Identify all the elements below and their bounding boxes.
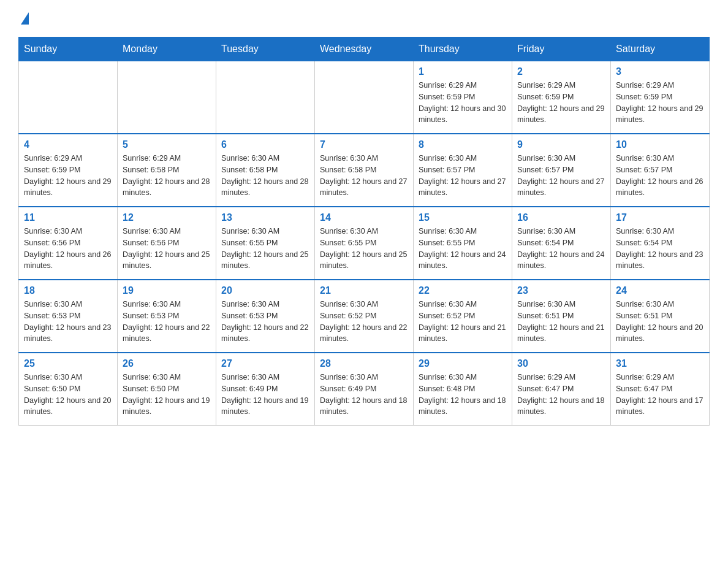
calendar-cell: 22Sunrise: 6:30 AM Sunset: 6:52 PM Dayli… — [414, 280, 512, 353]
calendar-cell: 7Sunrise: 6:30 AM Sunset: 6:58 PM Daylig… — [315, 134, 414, 207]
day-number: 1 — [419, 66, 507, 77]
calendar-cell: 4Sunrise: 6:29 AM Sunset: 6:59 PM Daylig… — [19, 134, 118, 207]
calendar-cell: 19Sunrise: 6:30 AM Sunset: 6:53 PM Dayli… — [118, 280, 216, 353]
calendar-cell: 15Sunrise: 6:30 AM Sunset: 6:55 PM Dayli… — [414, 207, 512, 280]
day-info: Sunrise: 6:30 AM Sunset: 6:54 PM Dayligh… — [517, 226, 605, 272]
day-number: 26 — [123, 358, 211, 369]
day-number: 2 — [517, 66, 605, 77]
weekday-header-monday: Monday — [118, 37, 216, 61]
day-info: Sunrise: 6:30 AM Sunset: 6:52 PM Dayligh… — [419, 299, 507, 345]
day-number: 24 — [616, 285, 704, 296]
calendar-cell: 18Sunrise: 6:30 AM Sunset: 6:53 PM Dayli… — [19, 280, 118, 353]
calendar-week-row: 1Sunrise: 6:29 AM Sunset: 6:59 PM Daylig… — [19, 61, 710, 134]
day-info: Sunrise: 6:30 AM Sunset: 6:51 PM Dayligh… — [517, 299, 605, 345]
day-number: 25 — [24, 358, 112, 369]
weekday-header-thursday: Thursday — [414, 37, 512, 61]
day-number: 16 — [517, 212, 605, 223]
day-info: Sunrise: 6:30 AM Sunset: 6:49 PM Dayligh… — [221, 372, 309, 418]
weekday-header-friday: Friday — [512, 37, 611, 61]
calendar-week-row: 11Sunrise: 6:30 AM Sunset: 6:56 PM Dayli… — [19, 207, 710, 280]
day-info: Sunrise: 6:30 AM Sunset: 6:55 PM Dayligh… — [419, 226, 507, 272]
day-number: 23 — [517, 285, 605, 296]
calendar-cell: 8Sunrise: 6:30 AM Sunset: 6:57 PM Daylig… — [414, 134, 512, 207]
day-number: 12 — [123, 212, 211, 223]
calendar-header-row: SundayMondayTuesdayWednesdayThursdayFrid… — [19, 37, 710, 61]
calendar-cell: 13Sunrise: 6:30 AM Sunset: 6:55 PM Dayli… — [216, 207, 315, 280]
day-info: Sunrise: 6:30 AM Sunset: 6:58 PM Dayligh… — [221, 153, 309, 199]
day-number: 18 — [24, 285, 112, 296]
day-info: Sunrise: 6:30 AM Sunset: 6:58 PM Dayligh… — [320, 153, 408, 199]
day-info: Sunrise: 6:30 AM Sunset: 6:53 PM Dayligh… — [123, 299, 211, 345]
day-number: 22 — [419, 285, 507, 296]
day-info: Sunrise: 6:30 AM Sunset: 6:54 PM Dayligh… — [616, 226, 704, 272]
calendar-cell — [19, 61, 118, 134]
day-info: Sunrise: 6:29 AM Sunset: 6:58 PM Dayligh… — [123, 153, 211, 199]
calendar-cell: 21Sunrise: 6:30 AM Sunset: 6:52 PM Dayli… — [315, 280, 414, 353]
day-info: Sunrise: 6:30 AM Sunset: 6:49 PM Dayligh… — [320, 372, 408, 418]
calendar-week-row: 4Sunrise: 6:29 AM Sunset: 6:59 PM Daylig… — [19, 134, 710, 207]
day-number: 11 — [24, 212, 112, 223]
day-number: 9 — [517, 139, 605, 150]
day-info: Sunrise: 6:29 AM Sunset: 6:59 PM Dayligh… — [419, 80, 507, 126]
day-number: 29 — [419, 358, 507, 369]
day-info: Sunrise: 6:30 AM Sunset: 6:50 PM Dayligh… — [24, 372, 112, 418]
day-number: 31 — [616, 358, 704, 369]
day-info: Sunrise: 6:30 AM Sunset: 6:53 PM Dayligh… — [221, 299, 309, 345]
day-info: Sunrise: 6:30 AM Sunset: 6:53 PM Dayligh… — [24, 299, 112, 345]
calendar-cell: 11Sunrise: 6:30 AM Sunset: 6:56 PM Dayli… — [19, 207, 118, 280]
day-info: Sunrise: 6:30 AM Sunset: 6:55 PM Dayligh… — [320, 226, 408, 272]
calendar-cell: 2Sunrise: 6:29 AM Sunset: 6:59 PM Daylig… — [512, 61, 611, 134]
day-info: Sunrise: 6:29 AM Sunset: 6:47 PM Dayligh… — [616, 372, 704, 418]
day-number: 17 — [616, 212, 704, 223]
logo-triangle-icon — [21, 12, 29, 25]
day-info: Sunrise: 6:30 AM Sunset: 6:56 PM Dayligh… — [24, 226, 112, 272]
calendar-cell: 28Sunrise: 6:30 AM Sunset: 6:49 PM Dayli… — [315, 353, 414, 426]
calendar-cell: 30Sunrise: 6:29 AM Sunset: 6:47 PM Dayli… — [512, 353, 611, 426]
calendar-cell: 31Sunrise: 6:29 AM Sunset: 6:47 PM Dayli… — [611, 353, 710, 426]
day-number: 6 — [221, 139, 309, 150]
day-info: Sunrise: 6:29 AM Sunset: 6:59 PM Dayligh… — [616, 80, 704, 126]
calendar-table: SundayMondayTuesdayWednesdayThursdayFrid… — [18, 37, 710, 426]
calendar-cell: 9Sunrise: 6:30 AM Sunset: 6:57 PM Daylig… — [512, 134, 611, 207]
day-info: Sunrise: 6:30 AM Sunset: 6:51 PM Dayligh… — [616, 299, 704, 345]
day-info: Sunrise: 6:29 AM Sunset: 6:59 PM Dayligh… — [24, 153, 112, 199]
calendar-cell: 1Sunrise: 6:29 AM Sunset: 6:59 PM Daylig… — [414, 61, 512, 134]
weekday-header-sunday: Sunday — [19, 37, 118, 61]
calendar-cell: 24Sunrise: 6:30 AM Sunset: 6:51 PM Dayli… — [611, 280, 710, 353]
page-header — [18, 12, 710, 25]
day-info: Sunrise: 6:30 AM Sunset: 6:57 PM Dayligh… — [419, 153, 507, 199]
calendar-cell: 20Sunrise: 6:30 AM Sunset: 6:53 PM Dayli… — [216, 280, 315, 353]
calendar-cell — [216, 61, 315, 134]
day-number: 8 — [419, 139, 507, 150]
calendar-cell — [118, 61, 216, 134]
day-info: Sunrise: 6:30 AM Sunset: 6:56 PM Dayligh… — [123, 226, 211, 272]
day-info: Sunrise: 6:30 AM Sunset: 6:52 PM Dayligh… — [320, 299, 408, 345]
day-info: Sunrise: 6:30 AM Sunset: 6:57 PM Dayligh… — [616, 153, 704, 199]
calendar-week-row: 25Sunrise: 6:30 AM Sunset: 6:50 PM Dayli… — [19, 353, 710, 426]
calendar-cell: 29Sunrise: 6:30 AM Sunset: 6:48 PM Dayli… — [414, 353, 512, 426]
calendar-cell: 25Sunrise: 6:30 AM Sunset: 6:50 PM Dayli… — [19, 353, 118, 426]
day-info: Sunrise: 6:30 AM Sunset: 6:48 PM Dayligh… — [419, 372, 507, 418]
calendar-cell: 10Sunrise: 6:30 AM Sunset: 6:57 PM Dayli… — [611, 134, 710, 207]
day-number: 19 — [123, 285, 211, 296]
day-number: 21 — [320, 285, 408, 296]
calendar-cell — [315, 61, 414, 134]
logo — [18, 12, 29, 25]
calendar-cell: 26Sunrise: 6:30 AM Sunset: 6:50 PM Dayli… — [118, 353, 216, 426]
calendar-cell: 23Sunrise: 6:30 AM Sunset: 6:51 PM Dayli… — [512, 280, 611, 353]
calendar-cell: 12Sunrise: 6:30 AM Sunset: 6:56 PM Dayli… — [118, 207, 216, 280]
day-number: 10 — [616, 139, 704, 150]
day-info: Sunrise: 6:30 AM Sunset: 6:50 PM Dayligh… — [123, 372, 211, 418]
day-number: 30 — [517, 358, 605, 369]
calendar-cell: 27Sunrise: 6:30 AM Sunset: 6:49 PM Dayli… — [216, 353, 315, 426]
calendar-cell: 16Sunrise: 6:30 AM Sunset: 6:54 PM Dayli… — [512, 207, 611, 280]
weekday-header-wednesday: Wednesday — [315, 37, 414, 61]
calendar-cell: 6Sunrise: 6:30 AM Sunset: 6:58 PM Daylig… — [216, 134, 315, 207]
calendar-cell: 5Sunrise: 6:29 AM Sunset: 6:58 PM Daylig… — [118, 134, 216, 207]
day-info: Sunrise: 6:29 AM Sunset: 6:59 PM Dayligh… — [517, 80, 605, 126]
day-number: 7 — [320, 139, 408, 150]
day-number: 15 — [419, 212, 507, 223]
day-number: 13 — [221, 212, 309, 223]
day-number: 27 — [221, 358, 309, 369]
calendar-cell: 17Sunrise: 6:30 AM Sunset: 6:54 PM Dayli… — [611, 207, 710, 280]
